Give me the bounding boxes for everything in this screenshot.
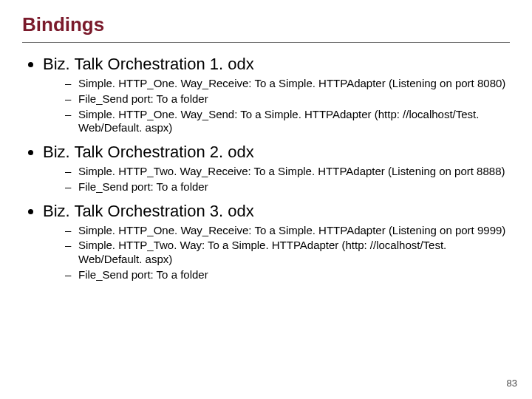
list-item: Simple. HTTP_Two. Way_Receive: To a Simp…: [65, 165, 510, 179]
section-3-heading: Biz. Talk Orchestration 3. odx: [43, 202, 254, 220]
section-3-items: Simple. HTTP_One. Way_Receive: To a Simp…: [65, 224, 510, 282]
list-item: File_Send port: To a folder: [65, 92, 510, 106]
list-item: Simple. HTTP_One. Way_Receive: To a Simp…: [65, 224, 510, 238]
list-item: Simple. HTTP_Two. Way: To a Simple. HTTP…: [65, 239, 510, 267]
section-1-heading: Biz. Talk Orchestration 1. odx: [43, 55, 254, 73]
section-1: Biz. Talk Orchestration 1. odx Simple. H…: [43, 55, 510, 135]
list-item: File_Send port: To a folder: [65, 180, 510, 194]
slide-title: Bindings: [22, 13, 510, 43]
section-2-items: Simple. HTTP_Two. Way_Receive: To a Simp…: [65, 165, 510, 194]
section-3: Biz. Talk Orchestration 3. odx Simple. H…: [43, 202, 510, 282]
section-2: Biz. Talk Orchestration 2. odx Simple. H…: [43, 143, 510, 194]
section-2-heading: Biz. Talk Orchestration 2. odx: [43, 143, 254, 161]
slide: Bindings Biz. Talk Orchestration 1. odx …: [0, 0, 532, 399]
section-1-items: Simple. HTTP_One. Way_Receive: To a Simp…: [65, 77, 510, 135]
page-number: 83: [507, 378, 517, 389]
bullet-list: Biz. Talk Orchestration 1. odx Simple. H…: [30, 55, 510, 282]
list-item: File_Send port: To a folder: [65, 268, 510, 282]
list-item: Simple. HTTP_One. Way_Receive: To a Simp…: [65, 77, 510, 91]
list-item: Simple. HTTP_One. Way_Send: To a Simple.…: [65, 108, 510, 136]
